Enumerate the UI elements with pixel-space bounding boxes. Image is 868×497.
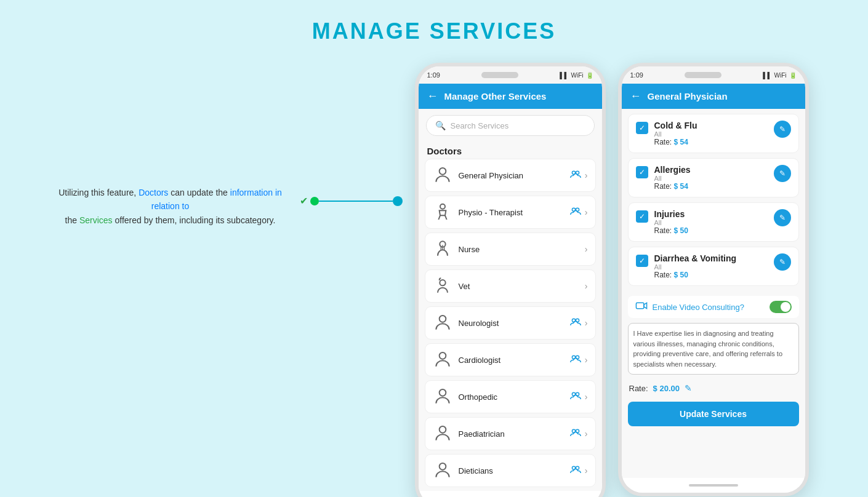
svg-point-14 [439, 389, 446, 396]
rate-edit-icon[interactable]: ✎ [685, 383, 692, 393]
list-item[interactable]: General Physician › [425, 159, 596, 192]
service-actions-vet: › [585, 281, 588, 291]
vet-icon [433, 276, 452, 296]
dieticians-icon [433, 461, 452, 480]
list-item[interactable]: Neurologist › [425, 306, 596, 340]
phone-general-physician: 1:09 ▌▌ WiFi 🔋 ← General Physician ✓ [618, 63, 809, 496]
video-consulting-label: Enable Video Consulting? [653, 303, 765, 312]
service-actions-cardiologist: › [570, 354, 588, 365]
group-icon-ortho [570, 391, 581, 402]
content-area: Utilizing this feature, Doctors can upda… [12, 63, 856, 497]
phone1-service-list: General Physician › Physio - Therapist [419, 159, 602, 487]
edit-icon-diarrhea[interactable]: ✎ [774, 253, 791, 271]
service-name-general-physician: General Physician [459, 171, 564, 180]
svg-point-8 [439, 316, 446, 322]
wifi-icon: WiFi [571, 72, 584, 79]
check-icon: ✓ [639, 212, 645, 221]
desc-line2b: offered by them, including its subcatego… [113, 215, 276, 225]
list-item[interactable]: Physio - Therapist › [425, 196, 596, 229]
chevron-paed: › [585, 429, 588, 439]
signal-icon2: ▌▌ [763, 72, 771, 79]
neurologist-icon [433, 313, 452, 333]
checkbox-cold-flu[interactable]: ✓ [636, 122, 648, 134]
condition-sub-allergies: All [654, 175, 768, 182]
list-item[interactable]: Vet › [425, 269, 596, 303]
orthopedic-icon [433, 387, 452, 407]
svg-point-20 [439, 463, 446, 470]
connector: ✔ [300, 195, 403, 207]
checkbox-injuries[interactable]: ✓ [636, 210, 648, 223]
group-icon-physio [570, 207, 581, 218]
rate-price-allergies: $ 54 [674, 182, 688, 191]
checkmark-icon: ✔ [300, 195, 308, 207]
service-name-neurologist: Neurologist [459, 319, 564, 328]
group-icon-cardio [570, 354, 581, 365]
update-services-button[interactable]: Update Services [628, 402, 799, 426]
phone1-time: 1:09 [427, 71, 440, 79]
phone-manage-services: 1:09 ▌▌ WiFi 🔋 ← Manage Other Services 🔍… [415, 63, 606, 497]
phone1-header: ← Manage Other Services [419, 84, 602, 109]
paediatrician-icon [433, 424, 452, 443]
group-icon-paed [570, 428, 581, 439]
service-actions-neurologist: › [570, 317, 588, 328]
expertise-textbox[interactable]: I Have expertise lies in diagnosing and … [628, 323, 799, 375]
group-icon-diet [570, 465, 581, 476]
svg-point-17 [439, 426, 446, 433]
signal-icon: ▌▌ [560, 72, 568, 79]
phone2-notch: 1:09 ▌▌ WiFi 🔋 [622, 66, 805, 84]
chevron-gp: › [585, 170, 588, 180]
service-actions-paediatrician: › [570, 428, 588, 439]
edit-icon-injuries[interactable]: ✎ [774, 209, 791, 226]
list-item[interactable]: Nurse › [425, 233, 596, 266]
phone2-header: ← General Physician [622, 84, 805, 109]
svg-point-0 [439, 168, 446, 175]
condition-card: ✓ Injuries All Rate: $ 50 ✎ [628, 202, 799, 242]
service-actions-orthopedic: › [570, 391, 588, 402]
service-actions-nurse: › [585, 244, 588, 254]
svg-point-7 [440, 280, 445, 285]
phone1-search-icon: 🔍 [435, 121, 446, 130]
cardiologist-icon [433, 350, 452, 370]
list-item[interactable]: Paediatrician › [425, 417, 596, 450]
rate-price-injuries: $ 50 [674, 226, 688, 235]
desc-line2a: the [65, 215, 79, 225]
connector-dot-green [310, 197, 319, 205]
desc-highlight-doctors: Doctors [139, 188, 168, 197]
svg-point-11 [439, 352, 446, 359]
svg-rect-23 [636, 303, 643, 308]
edit-icon-allergies[interactable]: ✎ [774, 165, 791, 182]
chevron-diet: › [585, 466, 588, 475]
service-name-orthopedic: Orthopedic [459, 392, 564, 402]
list-item[interactable]: Cardiologist › [425, 343, 596, 376]
group-icon-gp [570, 170, 581, 181]
group-icon-neuro [570, 317, 581, 328]
phone1-back-arrow[interactable]: ← [427, 90, 438, 103]
service-actions-physio: › [570, 207, 588, 218]
notch-bar [481, 72, 518, 78]
video-consulting-toggle[interactable] [770, 301, 792, 313]
condition-name-injuries: Injuries [654, 209, 768, 219]
checkbox-diarrhea[interactable]: ✓ [636, 255, 648, 267]
chevron-ortho: › [585, 392, 588, 402]
page-title: MANAGE SERVICES [312, 18, 556, 44]
notch-bar2 [685, 72, 721, 78]
condition-info-diarrhea: Diarrhea & Vomiting All Rate: $ 50 [654, 253, 768, 279]
list-item[interactable]: Orthopedic › [425, 380, 596, 413]
condition-sub-cold-flu: All [654, 130, 768, 138]
phone1-search-bar[interactable]: 🔍 Search Services [426, 115, 595, 136]
connector-dot-blue [393, 196, 403, 206]
condition-info-cold-flu: Cold & Flu All Rate: $ 54 [654, 121, 768, 146]
service-name-dieticians: Dieticians [459, 466, 564, 475]
phone2-back-arrow[interactable]: ← [630, 90, 641, 103]
service-actions-general-physician: › [570, 170, 588, 181]
edit-icon-cold-flu[interactable]: ✎ [774, 121, 791, 138]
service-name-paediatrician: Paediatrician [459, 429, 564, 439]
condition-card: ✓ Cold & Flu All Rate: $ 54 ✎ [628, 114, 799, 153]
condition-sub-injuries: All [654, 219, 768, 226]
checkbox-allergies[interactable]: ✓ [636, 166, 648, 178]
service-actions-dieticians: › [570, 465, 588, 476]
phone1-search-text: Search Services [451, 121, 509, 130]
list-item[interactable]: Dieticians › [425, 454, 596, 487]
wifi-icon2: WiFi [774, 72, 787, 79]
condition-info-injuries: Injuries All Rate: $ 50 [654, 209, 768, 235]
